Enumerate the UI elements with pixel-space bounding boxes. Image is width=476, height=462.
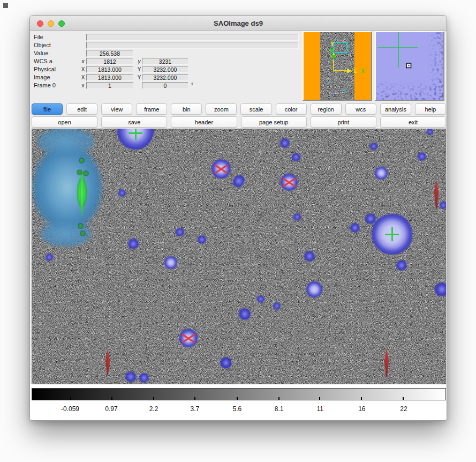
colorbar-gradient[interactable] [32,388,446,400]
image-y-field[interactable] [142,74,188,81]
menu-button-region[interactable]: region [311,103,342,115]
window-controls [37,20,65,27]
toolbar-button-print[interactable]: print [311,116,376,128]
colorbar-section: -0.059 0.97 2.2 3.7 5.6 8.1 11 16 22 [30,384,447,420]
colorbar-labels: -0.059 0.97 2.2 3.7 5.6 8.1 11 16 22 [32,405,446,414]
star-blob [293,213,301,221]
toolbar-button-header[interactable]: header [171,116,237,128]
star-blob [118,189,126,197]
colorbar-tick-label: 2.2 [149,405,158,413]
star-blob [46,254,53,261]
panner-east-label: E [353,68,357,74]
info-row-value: Value [30,49,308,57]
magnifier-pixel-noise-right [427,32,443,100]
magnifier[interactable] [375,31,444,101]
object-field[interactable] [86,42,299,49]
colorbar-tick-label: 8.1 [275,405,284,413]
zoom-window-button[interactable] [58,20,65,27]
close-window-button[interactable] [37,20,43,27]
menu-button-frame[interactable]: frame [136,103,167,115]
minimize-window-button[interactable] [48,20,54,27]
wcs-x-field[interactable] [86,58,133,65]
menu-button-wcs[interactable]: wcs [345,103,376,115]
colorbar-tick-label: 0.97 [105,405,117,413]
screen-artifact [3,3,8,8]
star-blob [306,281,322,297]
sky-image-display[interactable] [32,129,446,384]
image-x-field[interactable] [86,74,133,81]
menu-button-scale[interactable]: scale [240,103,271,115]
info-row-image: Image X Y [30,73,308,81]
star-blob [292,153,300,161]
star-blob [396,260,407,271]
menu-button-bin[interactable]: bin [171,103,202,115]
star-blob [239,308,251,320]
panner[interactable]: Y N E X [303,31,372,101]
colorbar-tick [111,397,112,400]
colorbar-tick [237,397,238,400]
colorbar-tick [361,397,362,400]
menubar: file edit view frame bin zoom scale colo… [32,103,446,115]
star-blob [257,295,265,303]
menu-button-help[interactable]: help [415,103,446,115]
value-label: Value [34,49,48,57]
star-blob [304,251,315,262]
star-blob [370,143,377,150]
degree-symbol: ° [191,81,193,89]
info-row-frame: Frame 0 x ° [30,81,308,90]
star-blob [435,282,446,296]
star-blob [164,256,177,269]
star-blob [375,167,388,180]
image-x-label: X [80,73,86,81]
green-cross-marker[interactable] [129,129,142,140]
menu-button-view[interactable]: view [101,103,132,115]
menu-button-color[interactable]: color [276,103,307,115]
physical-y-field[interactable] [142,66,188,73]
menu-button-edit[interactable]: edit [66,103,97,115]
file-field[interactable] [86,34,299,41]
red-x-marker[interactable] [214,163,228,175]
menu-button-file[interactable]: file [32,103,63,115]
star-blob [139,373,149,383]
wcs-y-field[interactable] [142,58,188,65]
colorbar-tick [153,397,154,400]
galaxy-core-speckle [78,170,81,174]
file-toolbar: open save header page setup print exit [32,116,446,128]
green-cross-marker[interactable] [385,227,399,241]
red-x-marker[interactable] [282,176,296,188]
value-field[interactable] [86,50,133,57]
magnifier-canvas [376,32,443,100]
toolbar-button-save[interactable]: save [101,116,167,128]
star-blob [418,152,426,161]
panner-canvas: Y N E X [304,32,371,100]
toolbar-button-page-setup[interactable]: page setup [241,116,307,128]
red-x-marker[interactable] [182,332,195,344]
toolbar-button-open[interactable]: open [32,116,97,128]
menu-button-analysis[interactable]: analysis [380,103,411,115]
toolbar-button-exit[interactable]: exit [380,116,446,128]
physical-x-field[interactable] [86,66,133,73]
frame-zoom-field[interactable] [86,82,133,89]
galaxy-saturated-core [74,167,90,218]
image-label: Image [34,73,50,81]
colorbar-tick-label: 5.6 [233,405,242,413]
ds9-window: SAOImage ds9 File Object Value WCS a x y [29,15,447,421]
titlebar[interactable]: SAOImage ds9 [30,16,447,31]
file-label: File [34,33,43,41]
galaxy-core-speckle [84,172,88,175]
star-blob [440,202,446,209]
frame-rotate-field[interactable] [142,82,188,89]
window-title: SAOImage ds9 [214,19,263,27]
star-blob [198,235,206,244]
colorbar-tick [403,397,404,400]
magnifier-cursor-box [406,63,411,68]
colorbar-tick-label: 11 [316,405,323,413]
star-blob [128,239,139,249]
colorbar-tick [278,397,279,400]
object-label: Object [34,41,51,49]
colorbar-tick-label: 3.7 [191,405,200,413]
menu-button-zoom[interactable]: zoom [206,103,237,115]
star-blob [350,223,360,233]
info-row-wcs: WCS a x y [30,57,308,65]
desktop: SAOImage ds9 File Object Value WCS a x y [0,0,476,462]
